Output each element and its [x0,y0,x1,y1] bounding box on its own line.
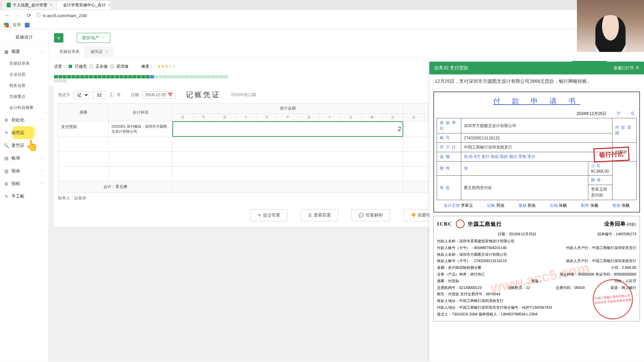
sidebar-sub-accounts[interactable]: 会计科目概要 [0,102,48,113]
sidebar-sub-tax[interactable]: 税务信息 [0,80,48,91]
panel-title: 业务32 支付货款 [434,65,469,71]
bank-receipt-doc: ICBC 中国工商银行 业务回单 (付款) 日期：2016年12月25日 回单编… [433,216,640,321]
chevron-down-icon: ﹀ [41,118,44,123]
sidebar-item-search-voucher[interactable]: 🔍查凭证 [0,139,48,152]
pen-icon: ✎ [4,194,9,199]
chevron-up-icon: ︿ [41,49,44,54]
apps-icon[interactable] [4,23,9,27]
bookmark-item[interactable] [25,23,30,27]
number-spinner[interactable]: ▲▼ [109,92,113,98]
search-icon: 🔍 [4,143,9,148]
edit-icon: ✎ [258,213,261,218]
difficulty-stars: ★★★★★ [157,64,176,69]
webcam-overlay [577,0,644,52]
doc-icon: ▥ [4,169,9,173]
col-account: 会计科目 [109,104,172,121]
submit-button[interactable]: ✎提交答案 [251,209,287,221]
file-icon: 🗎 [4,181,9,186]
voucher-date-input[interactable]: 2016-12-25 📅 [142,91,176,99]
sidebar-item-taxfile[interactable]: 🗎报税 ﹀ [0,177,48,190]
panel-body[interactable]: www.acc5.com 付 款 申 请 书 2016年12月25日 字 号 收… [429,89,644,361]
panel-description: 12月25日，支付深圳市方圆图文设计有限公司2668元货款，银行网银转账。 [429,74,644,89]
chevron-down-icon: ﹀ [41,169,44,174]
summary-cell[interactable]: 支付货款 [58,121,109,137]
close-icon[interactable]: × [106,49,108,54]
account-cell[interactable]: 2202001 应付账款 - 深圳市方圆图文设计有限公司 [109,121,172,137]
sub-tabs: 实操目录表 做凭证 × [49,46,644,58]
payment-request-doc: 付 款 申 请 书 2016年12月25日 字 号 收款单位深圳市方圆图文设计有… [433,92,640,213]
panel-header: 业务32 支付货款 新窗口打开⇱ [429,62,644,74]
doc-footer: 会计主管 李翠玉 记账 郭燕 复核 郭燕 出纳 张颖 制单 张颖 签收 张颖 [437,200,637,209]
doc-title: 付 款 申 请 书 [437,95,637,110]
top-bar: « 建筑地产 ﹀ 赵老师 (SVIP [49,29,644,46]
chevron-down-icon: ﹀ [41,156,44,161]
browser-tab-2[interactable]: 会计学堂实操中心_会计 × [57,1,111,9]
external-icon: ⇱ [636,66,639,70]
sidebar-item-ledger[interactable]: ▤账簿 ﹀ [0,152,48,165]
app-container: 装修设计 ▦概要 ︿ 实操目录表 企业信息 税务信息 实操重点 会计科目概要 ⚙… [0,29,644,361]
sidebar-item-overview[interactable]: ▦概要 ︿ [0,45,48,58]
sidebar-sub-catalog[interactable]: 实操目录表 [0,58,48,69]
icbc-logo-icon [456,220,465,228]
business-panel: 业务32 支付货款 新窗口打开⇱ 12月25日，支付深圳市方圆图文设计有限公司2… [429,62,644,361]
analysis-button[interactable]: 💬答案解析 [352,209,390,221]
close-icon[interactable]: × [108,3,111,7]
reload-button[interactable]: ⟳ [25,12,32,19]
toggle-sidebar-button[interactable]: « [54,33,63,43]
book-icon: ▤ [4,156,9,161]
main-area: « 建筑地产 ﹀ 赵老师 (SVIP 实操目录表 做凭证 × 进度： 已做完 [49,29,644,361]
sidebar-item-init[interactable]: ⚙初始化 ﹀ [0,114,48,126]
thumbs-down-icon: 👎 [411,213,416,218]
chevron-down-icon: ﹀ [41,181,44,186]
grid-icon: ▦ [4,49,9,54]
col-debit: 借方金额 [172,104,404,114]
sidebar-sub-company[interactable]: 企业信息 [0,69,48,80]
chevron-down-icon: ﹀ [101,35,105,41]
pen-icon: ✎ [4,130,9,135]
industry-select[interactable]: 建筑地产 ﹀ [77,33,110,43]
tab-catalog[interactable]: 实操目录表 [54,46,85,57]
browser-tab-bar: 个人信息_会计学堂 × 会计学堂实操中心_会计 × [0,0,644,10]
sidebar-header: 装修设计 [0,29,48,45]
sidebar-item-manual[interactable]: ✎手工帐 [0,190,48,203]
paid-stamp: 银行付讫 [593,146,630,162]
new-window-button[interactable]: 新窗口打开⇱ [614,65,639,71]
close-icon[interactable]: × [50,3,52,7]
nav-bar: ← → ⟳ ⓘ lx.acc5.com/main_234/ [0,10,644,21]
sidebar-item-voucher[interactable]: ✎做凭证 [0,126,48,139]
url-text: lx.acc5.com/main_234/ [43,13,87,18]
legend-doing-icon [90,65,93,68]
col-summary: 摘要 [58,104,109,121]
sidebar-sub-keypoints[interactable]: 实操重点 [0,91,48,102]
voucher-number-input[interactable] [93,91,106,99]
calendar-icon: 📅 [168,93,173,97]
amount-input[interactable]: 2 [172,121,403,137]
legend-done-icon [69,65,72,68]
chat-icon: 💬 [359,213,364,218]
browser-tab-1[interactable]: 个人信息_会计学堂 × [3,1,56,9]
tab-voucher[interactable]: 做凭证 × [85,46,114,57]
gear-icon: ⚙ [4,118,9,122]
tab-title: 个人信息_会计学堂 [13,2,47,8]
apps-label[interactable]: 应用 [13,22,21,28]
voucher-type-select[interactable]: 记 [73,91,89,99]
info-icon: ⓘ [36,12,41,18]
forward-button[interactable]: → [15,12,21,19]
favicon-icon [7,3,11,7]
back-button[interactable]: ← [4,12,11,19]
list-icon: ☰ [308,213,312,218]
sidebar-item-reports[interactable]: ▥报表 ﹀ [0,165,48,177]
voucher-title: 记账凭证 [186,90,221,100]
debit-amount-cell[interactable]: 2 [172,121,404,137]
legend-todo-icon [110,65,114,68]
url-bar[interactable]: ⓘ lx.acc5.com/main_234/ [36,12,640,18]
tab-title: 会计学堂实操中心_会计 [63,2,106,8]
bookmark-bar: 应用 [0,21,644,29]
sidebar: 装修设计 ▦概要 ︿ 实操目录表 企业信息 税务信息 实操重点 会计科目概要 ⚙… [0,29,49,361]
view-answer-button[interactable]: ☰查看答案 [301,209,338,221]
browser-chrome: 个人信息_会计学堂 × 会计学堂实操中心_会计 × ← → ⟳ ⓘ lx.acc… [0,0,644,29]
